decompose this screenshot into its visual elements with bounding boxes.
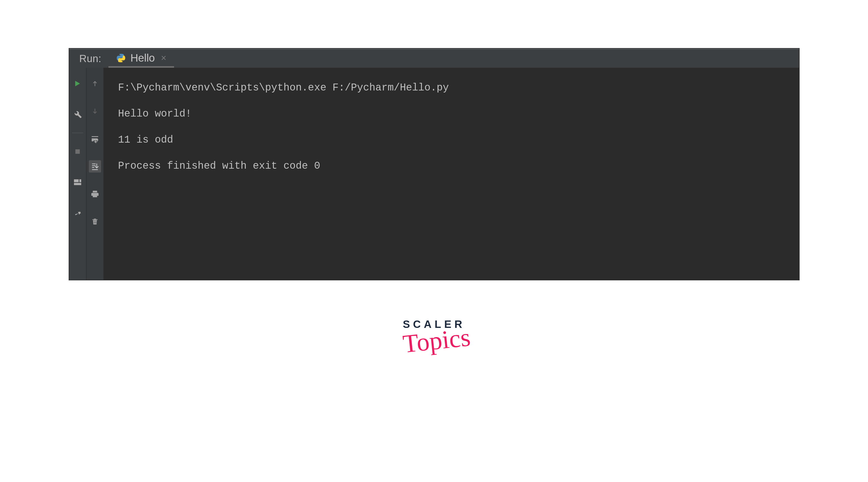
run-panel-label: Run:: [69, 53, 109, 64]
rerun-icon: [73, 80, 82, 88]
console-line: Process finished with exit code 0: [118, 153, 789, 179]
layout-button[interactable]: [71, 176, 84, 188]
run-tool-window: Run: Hello ×: [69, 49, 799, 280]
console-line: Hello world!: [118, 101, 789, 127]
pin-button[interactable]: [71, 207, 84, 219]
run-body: F:\Pycharm\venv\Scripts\python.exe F:/Py…: [69, 68, 799, 280]
soft-wrap-button[interactable]: [89, 133, 101, 145]
run-toolbar-secondary: [87, 68, 104, 280]
close-tab-icon[interactable]: ×: [161, 53, 166, 63]
arrow-down-icon: [91, 107, 99, 115]
python-icon: [116, 53, 126, 63]
console-line: F:\Pycharm\venv\Scripts\python.exe F:/Py…: [118, 75, 789, 101]
wrench-icon: [73, 110, 82, 119]
scroll-to-end-button[interactable]: [89, 160, 101, 172]
rerun-button[interactable]: [71, 78, 84, 90]
print-button[interactable]: [89, 188, 101, 200]
svg-rect-0: [75, 149, 80, 153]
print-icon: [91, 190, 99, 198]
run-tab-hello[interactable]: Hello ×: [108, 50, 174, 68]
run-tab-title: Hello: [130, 52, 155, 64]
arrow-up-icon: [91, 80, 99, 87]
clear-all-button[interactable]: [89, 216, 101, 228]
run-toolbar-primary: [69, 68, 87, 280]
scaler-topics-watermark: SCALER Topics: [400, 318, 468, 348]
soft-wrap-icon: [91, 135, 99, 143]
toolbar-separator: [72, 133, 83, 133]
up-stack-button[interactable]: [89, 78, 101, 90]
stop-icon: [74, 148, 81, 155]
layout-icon: [73, 178, 82, 187]
console-output[interactable]: F:\Pycharm\venv\Scripts\python.exe F:/Py…: [104, 68, 799, 280]
edit-config-button[interactable]: [71, 108, 84, 120]
down-stack-button[interactable]: [89, 105, 101, 117]
stop-button[interactable]: [71, 145, 84, 158]
console-line: 11 is odd: [118, 127, 789, 153]
watermark-line2: Topics: [402, 330, 471, 352]
pin-icon: [73, 208, 82, 217]
run-tab-bar: Run: Hello ×: [69, 49, 799, 68]
scroll-to-end-icon: [91, 162, 99, 171]
trash-icon: [91, 217, 99, 226]
